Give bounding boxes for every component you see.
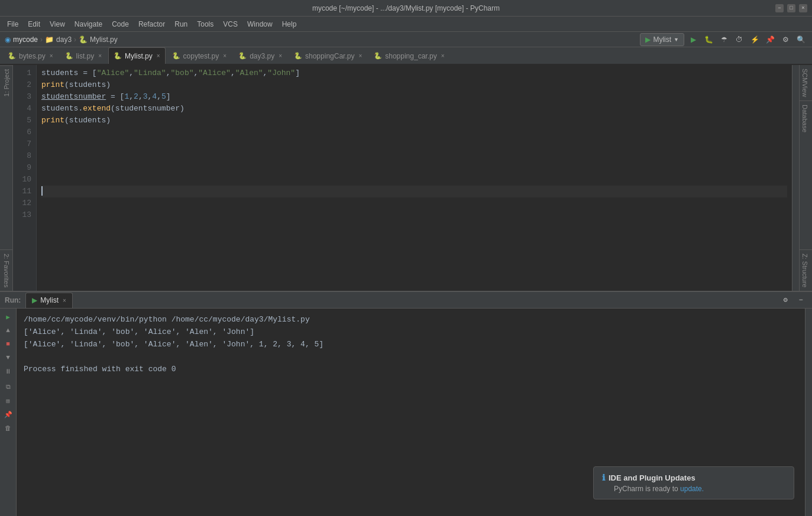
- run-pin-button[interactable]: 📌: [2, 408, 14, 420]
- tab-shopping-car[interactable]: 🐍 shopping_car.py ×: [368, 47, 449, 64]
- left-sidebar: 1: Project 2: Favorites: [0, 65, 13, 291]
- menu-view[interactable]: View: [45, 19, 70, 30]
- editor[interactable]: 12345 678910 111213 students = ["Alice",…: [13, 65, 799, 291]
- code-line-3: studentsnumber = [1,2,3,4,5]: [41, 91, 787, 103]
- menu-run[interactable]: Run: [170, 19, 192, 30]
- code-line-10: [41, 174, 787, 186]
- output-line-3: ['Alice', 'Linda', 'bob', 'Alice', 'Alen…: [24, 338, 798, 351]
- run-left-bar: ▶ ▲ ■ ▼ ⏸ ⧉ ⊞ 📌 🗑: [0, 309, 17, 516]
- tab-shoppingcar[interactable]: 🐍 shoppingCar.py ×: [289, 47, 367, 64]
- close-list-tab[interactable]: ×: [98, 53, 102, 59]
- code-line-7: [41, 138, 787, 150]
- menu-window[interactable]: Window: [242, 19, 277, 30]
- notification-update-link[interactable]: update.: [680, 485, 704, 493]
- project-icon: ◉: [5, 35, 11, 44]
- run-pause-button[interactable]: ⏸: [2, 365, 14, 377]
- menu-tools[interactable]: Tools: [192, 19, 218, 30]
- code-line-4: students.extend(studentsnumber): [41, 103, 787, 115]
- tab-list[interactable]: 🐍 list.py ×: [60, 47, 108, 64]
- settings-toolbar-button[interactable]: ⚙: [779, 33, 792, 46]
- run-layout-button[interactable]: ⊞: [2, 395, 14, 407]
- tab-copytest[interactable]: 🐍 copytest.py ×: [167, 47, 232, 64]
- run-play-button[interactable]: ▶: [2, 311, 14, 323]
- profile-button[interactable]: ⏱: [733, 33, 746, 46]
- maximize-button[interactable]: □: [787, 4, 795, 12]
- editor-tabs: 🐍 bytes.py × 🐍 list.py × 🐍 Mylist.py × 🐍…: [0, 47, 812, 65]
- notification-info-icon: ℹ: [602, 473, 605, 482]
- notification-title: ℹ IDE and Plugin Updates: [602, 473, 785, 482]
- main-content: 1: Project 2: Favorites 12345 678910 111…: [0, 65, 812, 291]
- close-shoppingcar-tab[interactable]: ×: [358, 53, 362, 59]
- run-config-selector[interactable]: ▶ Mylist ▼: [640, 33, 684, 46]
- run-stop-button[interactable]: ■: [2, 338, 14, 350]
- coverage-button[interactable]: ☂: [717, 33, 730, 46]
- run-panel-toolbar: ⚙ −: [779, 294, 812, 307]
- run-copy-button[interactable]: ⧉: [2, 381, 14, 393]
- notification-popup[interactable]: ℹ IDE and Plugin Updates PyCharm is read…: [593, 466, 794, 499]
- tab-day3[interactable]: 🐍 day3.py ×: [233, 47, 287, 64]
- debug-button[interactable]: 🐛: [702, 33, 715, 46]
- menu-edit[interactable]: Edit: [23, 19, 45, 30]
- breadcrumb-bar: ◉ mycode › 📁 day3 › 🐍 Mylist.py ▶ Mylist…: [0, 32, 812, 47]
- menu-help[interactable]: Help: [277, 19, 302, 30]
- run-scrollbar[interactable]: [805, 309, 812, 516]
- close-button[interactable]: ×: [799, 4, 807, 12]
- menu-bar: File Edit View Navigate Code Refactor Ru…: [0, 17, 812, 32]
- tab-mylist[interactable]: 🐍 Mylist.py ×: [108, 47, 166, 64]
- search-button[interactable]: 🔍: [794, 33, 807, 46]
- run-label: Run:: [0, 296, 25, 304]
- run-icon: ▶: [32, 296, 37, 304]
- pin-button[interactable]: 📌: [764, 33, 777, 46]
- file-icon: 🐍: [79, 35, 88, 44]
- folder-name[interactable]: day3: [56, 35, 72, 44]
- sidebar-item-favorites[interactable]: 2: Favorites: [0, 249, 12, 291]
- menu-vcs[interactable]: VCS: [218, 19, 242, 30]
- code-line-6: [41, 126, 787, 138]
- force-run-button[interactable]: ⚡: [748, 33, 761, 46]
- line-numbers: 12345 678910 111213: [13, 65, 37, 291]
- sidebar-item-structure[interactable]: Z: Structure: [800, 249, 812, 291]
- run-tab-mylist[interactable]: ▶ Mylist ×: [25, 293, 73, 308]
- run-button[interactable]: ▶: [687, 33, 700, 46]
- output-line-5: Process finished with exit code 0: [24, 363, 798, 375]
- sidebar-item-scmview[interactable]: SCMView: [800, 65, 812, 101]
- sidebar-item-database[interactable]: Database: [800, 101, 812, 136]
- window-title: mycode [~/mycode] - .../day3/Mylist.py […: [312, 4, 500, 12]
- minimize-button[interactable]: −: [775, 4, 784, 12]
- output-line-1: /home/cc/mycode/venv/bin/python /home/cc…: [24, 313, 798, 326]
- title-bar: mycode [~/mycode] - .../day3/Mylist.py […: [0, 0, 812, 17]
- project-name[interactable]: mycode: [13, 35, 38, 44]
- notification-body: PyCharm is ready to update.: [602, 485, 785, 493]
- close-shopping-car-tab[interactable]: ×: [441, 53, 445, 59]
- output-line-2: ['Alice', 'Linda', 'bob', 'Alice', 'Alen…: [24, 326, 798, 338]
- sidebar-item-project[interactable]: 1: Project: [0, 65, 12, 100]
- window-controls[interactable]: − □ ×: [775, 4, 807, 12]
- folder-icon: 📁: [45, 35, 54, 44]
- file-name[interactable]: Mylist.py: [90, 35, 118, 44]
- run-scroll-up-button[interactable]: ▲: [2, 324, 14, 336]
- close-bytes-tab[interactable]: ×: [50, 53, 53, 59]
- editor-scrollbar[interactable]: [792, 65, 799, 291]
- close-mylist-tab[interactable]: ×: [157, 53, 160, 59]
- code-line-12: [41, 197, 787, 209]
- run-minimize-button[interactable]: −: [794, 294, 807, 307]
- code-line-13: [41, 209, 787, 221]
- tab-bytes[interactable]: 🐍 bytes.py ×: [2, 47, 59, 64]
- output-line-4: [24, 351, 798, 363]
- code-line-1: students = ["Alice","Linda","bob","Alice…: [41, 67, 787, 79]
- run-scroll-down-button[interactable]: ▼: [2, 352, 14, 364]
- close-day3-tab[interactable]: ×: [279, 53, 282, 59]
- menu-code[interactable]: Code: [107, 19, 134, 30]
- right-sidebar: SCMView Database Z: Structure: [799, 65, 812, 291]
- run-settings-button[interactable]: ⚙: [779, 294, 792, 307]
- code-editor[interactable]: students = ["Alice","Linda","bob","Alice…: [37, 65, 792, 291]
- menu-refactor[interactable]: Refactor: [134, 19, 170, 30]
- code-line-8: [41, 150, 787, 162]
- close-run-tab[interactable]: ×: [63, 297, 66, 304]
- bottom-tabs-row: Run: ▶ Mylist × ⚙ −: [0, 292, 812, 309]
- code-line-11[interactable]: [41, 186, 787, 197]
- menu-file[interactable]: File: [2, 19, 23, 30]
- run-delete-button[interactable]: 🗑: [2, 422, 14, 434]
- menu-navigate[interactable]: Navigate: [70, 19, 107, 30]
- close-copytest-tab[interactable]: ×: [223, 53, 227, 59]
